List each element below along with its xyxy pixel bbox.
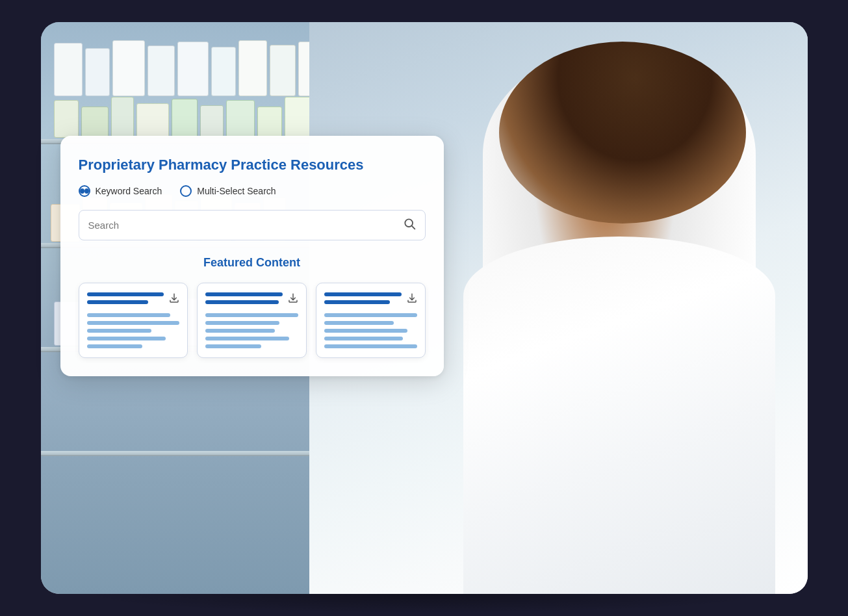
card-title: Proprietary Pharmacy Practice Resources	[79, 157, 426, 173]
scene-wrapper: Proprietary Pharmacy Practice Resources …	[41, 22, 808, 594]
radio-multiselect-label: Multi-Select Search	[197, 186, 276, 196]
pkg-26	[85, 48, 110, 96]
content-cards	[79, 283, 426, 358]
line-2-5	[205, 329, 275, 333]
shelf-plank-4	[41, 451, 348, 456]
pkg-31	[238, 40, 267, 96]
pkg-1	[54, 100, 79, 138]
pkg-28	[148, 45, 175, 96]
featured-content-title: Featured Content	[79, 256, 426, 270]
line-3-6	[324, 337, 403, 340]
pkg-5	[172, 99, 198, 138]
card-3-body-lines	[324, 313, 417, 348]
download-icon-1[interactable]	[169, 292, 179, 307]
search-box	[79, 210, 426, 240]
radio-keyword-option[interactable]: Keyword Search	[79, 185, 162, 197]
pkg-29	[177, 42, 209, 96]
pkg-6	[200, 105, 224, 138]
card-2-header	[205, 292, 298, 307]
search-input[interactable]	[88, 220, 403, 231]
line-3-1	[324, 292, 402, 296]
download-icon-2[interactable]	[288, 292, 298, 307]
card-2-lines	[205, 292, 283, 304]
line-2-2	[205, 300, 279, 304]
line-3-4	[324, 321, 394, 325]
line-1-1	[87, 292, 164, 296]
line-2-1	[205, 292, 283, 296]
content-card-1	[79, 283, 188, 358]
line-2-3	[205, 313, 298, 317]
line-3-7	[324, 344, 417, 348]
pkg-2	[81, 107, 109, 138]
radio-keyword-circle	[79, 185, 90, 197]
pkg-27	[112, 40, 145, 96]
pkg-25	[54, 43, 83, 96]
content-card-3	[316, 283, 426, 358]
line-1-2	[87, 300, 149, 304]
radio-multiselect-option[interactable]: Multi-Select Search	[180, 185, 276, 197]
pkg-30	[211, 47, 236, 96]
line-2-6	[205, 337, 289, 340]
card-1-lines	[87, 292, 164, 304]
pkg-3	[111, 97, 134, 138]
pkg-7	[226, 100, 255, 138]
card-3-lines	[324, 292, 402, 304]
overlay-card: Proprietary Pharmacy Practice Resources …	[60, 136, 444, 376]
download-icon-3[interactable]	[407, 292, 417, 307]
card-3-header	[324, 292, 417, 307]
pkg-4	[136, 103, 169, 138]
svg-point-0	[405, 219, 413, 227]
pkg-32	[270, 45, 296, 96]
line-2-7	[205, 344, 261, 348]
right-shelf	[693, 22, 808, 594]
line-1-6	[87, 337, 166, 340]
line-3-3	[324, 313, 417, 317]
radio-group: Keyword Search Multi-Select Search	[79, 185, 426, 197]
line-1-3	[87, 313, 170, 317]
search-icon	[403, 217, 416, 233]
svg-line-1	[412, 226, 415, 229]
line-3-5	[324, 329, 407, 333]
radio-multiselect-circle	[180, 185, 192, 197]
content-card-2	[197, 283, 307, 358]
line-1-7	[87, 344, 143, 348]
line-2-4	[205, 321, 279, 325]
line-1-5	[87, 329, 152, 333]
card-1-body-lines	[87, 313, 180, 348]
radio-keyword-label: Keyword Search	[96, 186, 162, 196]
line-1-4	[87, 321, 180, 325]
pkg-8	[257, 107, 282, 138]
card-2-body-lines	[205, 313, 298, 348]
line-3-2	[324, 300, 390, 304]
card-1-header	[87, 292, 180, 307]
